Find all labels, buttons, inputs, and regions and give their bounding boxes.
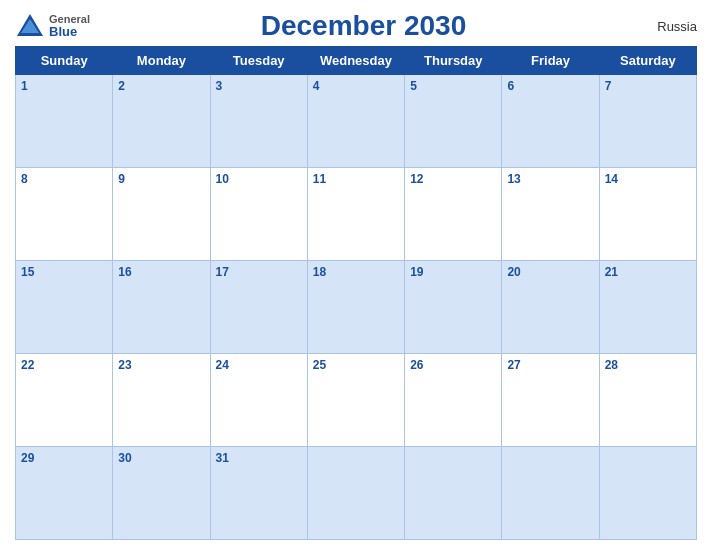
- day-number: 30: [118, 451, 131, 465]
- calendar-day-cell: 24: [210, 354, 307, 447]
- day-number: 23: [118, 358, 131, 372]
- day-number: 16: [118, 265, 131, 279]
- calendar-title: December 2030: [90, 10, 637, 42]
- calendar-day-cell: 22: [16, 354, 113, 447]
- calendar-day-cell: 9: [113, 168, 210, 261]
- day-number: 20: [507, 265, 520, 279]
- calendar-day-cell: 5: [405, 75, 502, 168]
- logo: General Blue: [15, 11, 90, 41]
- logo-blue-text: Blue: [49, 25, 90, 38]
- calendar-day-cell: 3: [210, 75, 307, 168]
- calendar-day-cell: 1: [16, 75, 113, 168]
- day-number: 31: [216, 451, 229, 465]
- day-number: 19: [410, 265, 423, 279]
- day-number: 11: [313, 172, 326, 186]
- calendar-day-cell: 28: [599, 354, 696, 447]
- calendar-day-cell: 12: [405, 168, 502, 261]
- country-label: Russia: [637, 19, 697, 34]
- day-number: 26: [410, 358, 423, 372]
- header-thursday: Thursday: [405, 47, 502, 75]
- day-number: 14: [605, 172, 618, 186]
- day-number: 13: [507, 172, 520, 186]
- calendar-day-cell: 29: [16, 447, 113, 540]
- calendar-day-cell: 13: [502, 168, 599, 261]
- calendar-day-cell: 4: [307, 75, 404, 168]
- logo-icon: [15, 11, 45, 41]
- calendar-day-cell: [502, 447, 599, 540]
- calendar-day-cell: 17: [210, 261, 307, 354]
- day-number: 12: [410, 172, 423, 186]
- header-monday: Monday: [113, 47, 210, 75]
- calendar-week-row: 22232425262728: [16, 354, 697, 447]
- calendar-day-cell: 26: [405, 354, 502, 447]
- calendar-day-cell: 11: [307, 168, 404, 261]
- day-number: 21: [605, 265, 618, 279]
- calendar-day-cell: 2: [113, 75, 210, 168]
- header-saturday: Saturday: [599, 47, 696, 75]
- calendar-header: General Blue December 2030 Russia: [15, 10, 697, 42]
- calendar-week-row: 1234567: [16, 75, 697, 168]
- header-sunday: Sunday: [16, 47, 113, 75]
- header-tuesday: Tuesday: [210, 47, 307, 75]
- day-number: 4: [313, 79, 320, 93]
- calendar-day-cell: 20: [502, 261, 599, 354]
- calendar-day-cell: 19: [405, 261, 502, 354]
- calendar-day-cell: 16: [113, 261, 210, 354]
- calendar-day-cell: [307, 447, 404, 540]
- day-number: 28: [605, 358, 618, 372]
- calendar-week-row: 15161718192021: [16, 261, 697, 354]
- calendar-day-cell: [405, 447, 502, 540]
- days-header-row: Sunday Monday Tuesday Wednesday Thursday…: [16, 47, 697, 75]
- calendar-day-cell: 25: [307, 354, 404, 447]
- day-number: 9: [118, 172, 125, 186]
- day-number: 27: [507, 358, 520, 372]
- calendar-day-cell: 15: [16, 261, 113, 354]
- day-number: 22: [21, 358, 34, 372]
- calendar-week-row: 891011121314: [16, 168, 697, 261]
- day-number: 1: [21, 79, 28, 93]
- day-number: 15: [21, 265, 34, 279]
- day-number: 25: [313, 358, 326, 372]
- day-number: 8: [21, 172, 28, 186]
- calendar-body: 1234567891011121314151617181920212223242…: [16, 75, 697, 540]
- calendar-day-cell: 31: [210, 447, 307, 540]
- day-number: 3: [216, 79, 223, 93]
- calendar-day-cell: 30: [113, 447, 210, 540]
- day-number: 17: [216, 265, 229, 279]
- calendar-day-cell: 6: [502, 75, 599, 168]
- calendar-day-cell: 21: [599, 261, 696, 354]
- calendar-day-cell: 27: [502, 354, 599, 447]
- day-number: 7: [605, 79, 612, 93]
- day-number: 10: [216, 172, 229, 186]
- calendar-day-cell: 10: [210, 168, 307, 261]
- header-friday: Friday: [502, 47, 599, 75]
- calendar-day-cell: 7: [599, 75, 696, 168]
- calendar-day-cell: 14: [599, 168, 696, 261]
- calendar-day-cell: 23: [113, 354, 210, 447]
- day-number: 2: [118, 79, 125, 93]
- day-number: 6: [507, 79, 514, 93]
- calendar-table: Sunday Monday Tuesday Wednesday Thursday…: [15, 46, 697, 540]
- day-number: 18: [313, 265, 326, 279]
- day-number: 29: [21, 451, 34, 465]
- day-number: 5: [410, 79, 417, 93]
- calendar-day-cell: 18: [307, 261, 404, 354]
- calendar-week-row: 293031: [16, 447, 697, 540]
- calendar-day-cell: [599, 447, 696, 540]
- day-number: 24: [216, 358, 229, 372]
- header-wednesday: Wednesday: [307, 47, 404, 75]
- calendar-day-cell: 8: [16, 168, 113, 261]
